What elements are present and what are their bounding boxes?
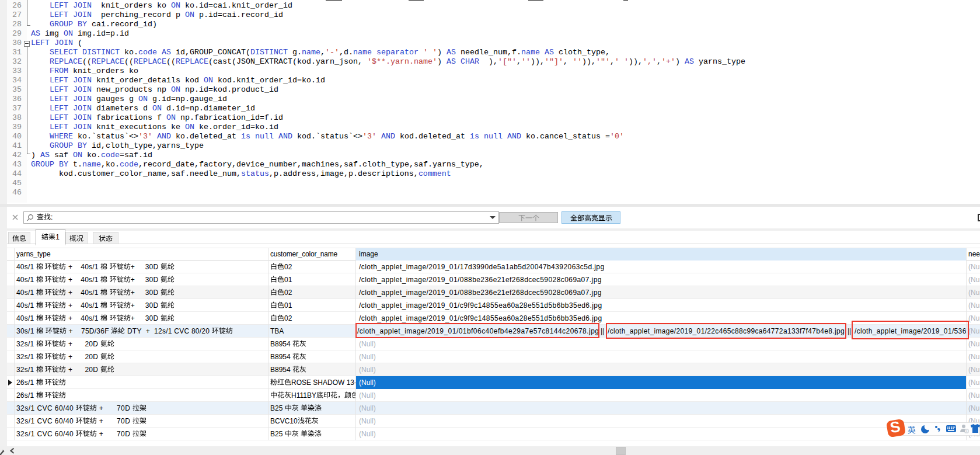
svg-text:9: 9 xyxy=(966,429,968,433)
